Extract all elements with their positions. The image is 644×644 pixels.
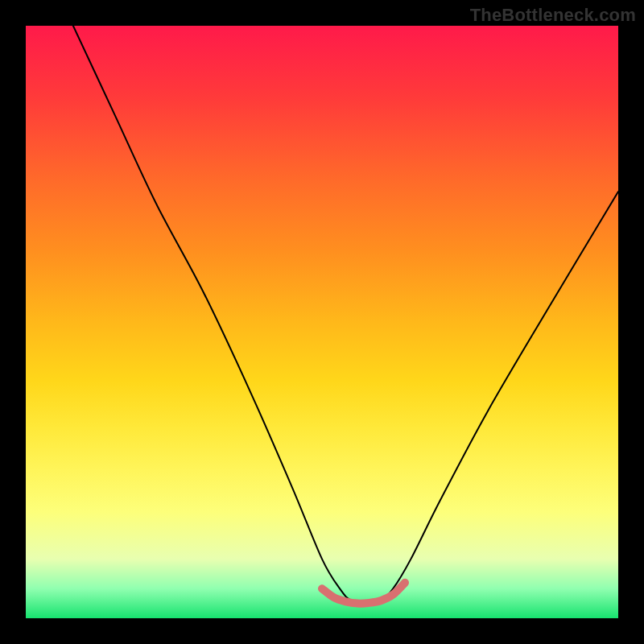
chart-svg [26,26,618,618]
series-basin-marker [322,583,405,604]
series-bottleneck-curve [73,26,618,601]
chart-plot-area [26,26,618,618]
watermark-label: TheBottleneck.com [470,5,636,26]
chart-frame: TheBottleneck.com [0,0,644,644]
